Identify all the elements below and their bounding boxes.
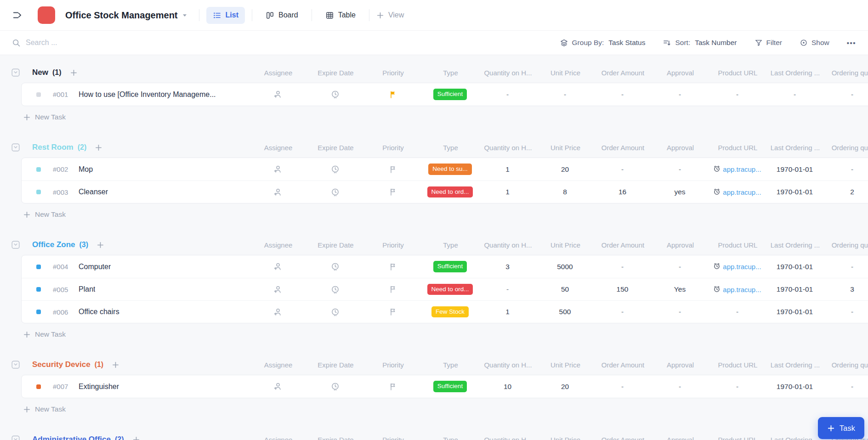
order-amount-cell[interactable]: -: [594, 261, 651, 272]
unit-price-cell[interactable]: -: [536, 89, 594, 100]
unit-price-cell[interactable]: 50: [536, 284, 594, 295]
group-collapse-icon[interactable]: [11, 435, 20, 440]
expire-date-icon[interactable]: [306, 306, 364, 318]
assignee-add-icon[interactable]: [249, 284, 306, 295]
sidebar-collapse-icon[interactable]: [12, 10, 23, 21]
task-title[interactable]: How to use [Office Inventory Manageme...: [79, 90, 216, 99]
group-collapse-icon[interactable]: [11, 143, 20, 152]
ordering-quantity-cell[interactable]: -: [823, 381, 868, 392]
group-title[interactable]: Office Zone: [32, 240, 75, 249]
new-task-button[interactable]: New Task: [0, 324, 868, 344]
ordering-quantity-cell[interactable]: -: [823, 89, 868, 100]
expire-date-icon[interactable]: [306, 284, 364, 295]
expire-date-icon[interactable]: [306, 164, 364, 175]
approval-cell[interactable]: -: [651, 261, 709, 272]
order-amount-cell[interactable]: -: [594, 381, 651, 392]
product-url-link[interactable]: app.tracup...: [709, 186, 766, 198]
approval-cell[interactable]: Yes: [651, 284, 709, 295]
group-title[interactable]: New: [32, 68, 48, 77]
group-title[interactable]: Rest Room: [32, 143, 74, 152]
priority-flag-icon[interactable]: [364, 164, 421, 175]
last-ordering-cell[interactable]: 1970-01-01: [766, 306, 823, 318]
type-cell[interactable]: Sufficient: [421, 261, 479, 272]
quantity-on-hand-cell[interactable]: 10: [479, 381, 536, 392]
group-add-icon[interactable]: [132, 436, 140, 440]
last-ordering-cell[interactable]: -: [766, 89, 823, 100]
task-title[interactable]: Office chairs: [79, 308, 119, 316]
group-collapse-icon[interactable]: [11, 68, 20, 77]
last-ordering-cell[interactable]: 1970-01-01: [766, 186, 823, 198]
order-amount-cell[interactable]: -: [594, 89, 651, 100]
filter-control[interactable]: Filter: [755, 39, 782, 47]
expire-date-icon[interactable]: [306, 381, 364, 392]
assignee-add-icon[interactable]: [249, 164, 306, 175]
approval-cell[interactable]: -: [651, 89, 709, 100]
assignee-add-icon[interactable]: [249, 306, 306, 318]
ordering-quantity-cell[interactable]: 2: [823, 186, 868, 198]
search-box[interactable]: [12, 39, 560, 47]
task-title[interactable]: Plant: [79, 285, 95, 293]
unit-price-cell[interactable]: 5000: [536, 261, 594, 272]
status-dot[interactable]: [36, 310, 41, 314]
unit-price-cell[interactable]: 500: [536, 306, 594, 318]
last-ordering-cell[interactable]: 1970-01-01: [766, 164, 823, 175]
ordering-quantity-cell[interactable]: -: [823, 261, 868, 272]
status-dot[interactable]: [36, 167, 41, 172]
task-title[interactable]: Extinguisher: [79, 383, 119, 391]
group-title[interactable]: Administrative Office: [32, 435, 111, 440]
assignee-add-icon[interactable]: [249, 261, 306, 272]
add-task-button[interactable]: Task: [818, 417, 864, 439]
order-amount-cell[interactable]: 150: [594, 284, 651, 295]
task-row[interactable]: #005PlantNeed to ord...-50150Yesapp.trac…: [22, 278, 868, 300]
priority-flag-icon[interactable]: [364, 381, 421, 392]
order-amount-cell[interactable]: -: [594, 306, 651, 318]
product-url-link[interactable]: app.tracup...: [709, 284, 766, 295]
priority-flag-icon[interactable]: [364, 89, 421, 100]
approval-cell[interactable]: yes: [651, 186, 709, 198]
caret-down-icon[interactable]: [182, 14, 187, 17]
status-dot[interactable]: [36, 384, 41, 389]
new-task-button[interactable]: New Task: [0, 107, 868, 127]
unit-price-cell[interactable]: 20: [536, 164, 594, 175]
last-ordering-cell[interactable]: 1970-01-01: [766, 284, 823, 295]
last-ordering-cell[interactable]: 1970-01-01: [766, 261, 823, 272]
ordering-quantity-cell[interactable]: -: [823, 306, 868, 318]
expire-date-icon[interactable]: [306, 186, 364, 198]
group-title[interactable]: Security Device: [32, 360, 91, 369]
group-add-icon[interactable]: [95, 144, 102, 152]
priority-flag-icon[interactable]: [364, 261, 421, 272]
group-add-icon[interactable]: [70, 69, 78, 77]
task-row[interactable]: #002MopNeed to su...120--app.tracup...19…: [22, 158, 868, 181]
status-dot[interactable]: [36, 92, 41, 97]
priority-flag-icon[interactable]: [364, 186, 421, 198]
type-cell[interactable]: Sufficient: [421, 89, 479, 100]
product-url-link[interactable]: app.tracup...: [709, 261, 766, 272]
product-url-cell[interactable]: -: [709, 89, 766, 100]
type-cell[interactable]: Few Stock: [421, 306, 479, 318]
quantity-on-hand-cell[interactable]: 1: [479, 306, 536, 318]
new-task-button[interactable]: New Task: [0, 204, 868, 225]
assignee-add-icon[interactable]: [249, 186, 306, 198]
group-add-icon[interactable]: [96, 241, 104, 249]
show-control[interactable]: Show: [800, 39, 829, 47]
product-url-link[interactable]: app.tracup...: [709, 164, 766, 175]
tab-table[interactable]: Table: [319, 7, 362, 24]
last-ordering-cell[interactable]: 1970-01-01: [766, 381, 823, 392]
product-url-cell[interactable]: -: [709, 381, 766, 392]
task-title[interactable]: Mop: [79, 165, 93, 174]
approval-cell[interactable]: -: [651, 306, 709, 318]
type-cell[interactable]: Need to ord...: [421, 284, 479, 295]
group-by-control[interactable]: Group By: Task Status: [560, 39, 646, 47]
more-options-icon[interactable]: •••: [847, 39, 856, 47]
sort-control[interactable]: Sort: Task Number: [663, 39, 737, 47]
unit-price-cell[interactable]: 8: [536, 186, 594, 198]
quantity-on-hand-cell[interactable]: 1: [479, 164, 536, 175]
approval-cell[interactable]: -: [651, 164, 709, 175]
tab-list[interactable]: List: [206, 7, 245, 24]
status-dot[interactable]: [36, 265, 41, 269]
priority-flag-icon[interactable]: [364, 284, 421, 295]
quantity-on-hand-cell[interactable]: 1: [479, 186, 536, 198]
task-row[interactable]: #001How to use [Office Inventory Managem…: [22, 83, 868, 106]
unit-price-cell[interactable]: 20: [536, 381, 594, 392]
status-dot[interactable]: [36, 287, 41, 292]
